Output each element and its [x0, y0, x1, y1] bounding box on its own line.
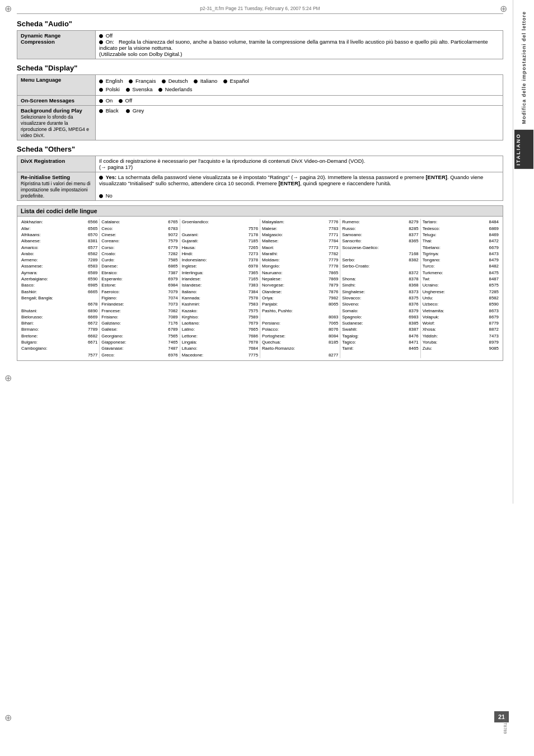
list-item: Maori:7773 [262, 245, 338, 251]
radio-english-dot [99, 79, 103, 83]
list-item: Ceco:6783 [101, 226, 177, 232]
list-item: 7577 [21, 352, 97, 358]
list-item: Sanscrito:8365 [342, 238, 418, 244]
list-item: Quechua:8185 [262, 339, 338, 345]
list-item: Persiano:7065 [262, 320, 338, 326]
list-item: Mongolo:7778 [262, 263, 338, 269]
list-item: Danese:6865 [101, 263, 177, 269]
list-item: Bretone:6682 [21, 333, 97, 339]
list-item: Bulgaro:6671 [21, 339, 97, 345]
list-item: Italiano:7384 [182, 289, 258, 295]
list-item: Slovacco:8375 [342, 295, 418, 301]
list-item: Curdo:7585 [101, 257, 177, 263]
list-item: Corso:6779 [101, 245, 177, 251]
radio-grey-dot [126, 109, 130, 113]
background-row: Background during Play Selezionare lo sf… [17, 106, 503, 140]
list-item: Bielorusso:6669 [21, 314, 97, 320]
onscreen-label: On-Screen Messages [17, 96, 96, 106]
list-item: Guarani:7178 [182, 232, 258, 238]
code-columns: Abkhazian:6566 Afar:6565 Afrikaans:6570 … [20, 219, 500, 358]
list-item: Azerbaigiano:6590 [21, 276, 97, 282]
audio-row-compression: Dynamic Range Compression Off On: Regola… [17, 31, 503, 59]
list-item: Rumeno:8279 [342, 219, 418, 225]
list-item: Tartaro:8484 [423, 219, 499, 225]
list-item: Finlandese:7073 [101, 301, 177, 307]
list-item: Ucraino:8575 [423, 282, 499, 288]
list-item: Panjabi:8065 [262, 301, 338, 307]
list-item: Galiziano:7176 [101, 320, 177, 326]
list-item: Basco:6985 [21, 282, 97, 288]
list-item: Tagico:8471 [342, 339, 418, 345]
background-options: Black Grey [96, 106, 503, 140]
italiano-label: ITALIANO [514, 130, 533, 169]
list-item: Uzbeco:8590 [423, 301, 499, 307]
divx-content: Il codice di registrazione è necessario … [96, 156, 503, 172]
list-item: Volapuk:8679 [423, 314, 499, 320]
list-item: Sudanese:8385 [342, 320, 418, 326]
corner-tr-mark: ⊕ [500, 4, 507, 13]
list-item: Francese:7082 [101, 308, 177, 314]
reinit-content: Yes: La schermata della password viene v… [96, 172, 503, 201]
list-item: Sloveno:8376 [342, 301, 418, 307]
list-item: Albanese:8381 [21, 238, 97, 244]
others-table: DivX Registration Il codice di registraz… [17, 156, 503, 201]
code-col-3: Groenlandico: 7576 Guarani:7178 Gujarati… [180, 219, 260, 358]
main-content: Scheda "Audio" Dynamic Range Compression… [17, 20, 503, 361]
list-item: Birmano:7789 [21, 326, 97, 332]
list-item: Coreano:7579 [101, 238, 177, 244]
list-item: Yoruba:8979 [423, 339, 499, 345]
list-item: Lituano:7684 [182, 345, 258, 351]
list-item: Indonesiano:7378 [182, 257, 258, 263]
list-item: Tamil:8465 [342, 345, 418, 351]
list-item: Oriya:7982 [262, 295, 338, 301]
list-item: Raeto-Romanzo: [262, 345, 338, 351]
lang-italiano: Italiano [200, 78, 218, 84]
list-item: 8083 [262, 314, 338, 320]
audio-table: Dynamic Range Compression Off On: Regola… [17, 30, 503, 59]
list-item: Kirghiso:7589 [182, 314, 258, 320]
list-item: Esperanto:6979 [101, 276, 177, 282]
list-item: Lettone:7686 [182, 333, 258, 339]
audio-label-compression: Dynamic Range Compression [17, 31, 96, 59]
radio-on-dot2 [99, 99, 103, 103]
list-item: Shona:8378 [342, 276, 418, 282]
list-item: Aymara:6589 [21, 270, 97, 276]
lang-deutsch: Deutsch [168, 78, 188, 84]
list-item: Malayalam:7776 [262, 219, 338, 225]
list-item: Armeno:7289 [21, 257, 97, 263]
menu-language-row: Menu Language English Français Deutsch [17, 75, 503, 96]
list-item: Turkmeno:8475 [423, 270, 499, 276]
list-item: Islandese:7383 [182, 282, 258, 288]
background-desc: Selezionare lo sfondo da visualizzare du… [21, 114, 89, 138]
code-col-1: Abkhazian:6566 Afar:6565 Afrikaans:6570 … [20, 219, 100, 358]
list-item: Abkhazian:6566 [21, 219, 97, 225]
corner-ml-mark: ⊕ [4, 374, 12, 383]
list-item: Cinese:9072 [101, 232, 177, 238]
lang-francais: Français [135, 78, 156, 84]
list-item: Marathi:7782 [262, 251, 338, 257]
onscreen-row: On-Screen Messages On Off [17, 96, 503, 106]
list-item: Nepalese:7869 [262, 276, 338, 282]
list-item: Twi:8487 [423, 276, 499, 282]
audio-section-title: Scheda "Audio" [17, 20, 503, 28]
list-item: Estone:6984 [101, 282, 177, 288]
list-item: Malese:7783 [262, 226, 338, 232]
list-item: Samoano:8377 [342, 232, 418, 238]
list-item: Russo:8285 [342, 226, 418, 232]
list-item: Bhutani:6890 [21, 308, 97, 314]
radio-no-dot [99, 194, 103, 198]
code-col-4: Malayalam:7776 Malese:7783 Malgascio:777… [260, 219, 340, 358]
list-item: Xhosa:8872 [423, 326, 499, 332]
list-item: Sindhi:8368 [342, 282, 418, 288]
radio-yes-dot [99, 176, 103, 180]
list-item: Bihari:6672 [21, 320, 97, 326]
list-item: Malgascio:7771 [262, 232, 338, 238]
list-item: Norvegese:7879 [262, 282, 338, 288]
sidebar-label: Modifica delle impostazioni del lettore [521, 11, 527, 124]
list-item: Yiddish:7473 [423, 333, 499, 339]
list-item: Kannada:7578 [182, 295, 258, 301]
list-item: Thai:8472 [423, 238, 499, 244]
list-item: Cambogiano: [21, 345, 97, 351]
codelist-container: Abkhazian:6566 Afar:6565 Afrikaans:6570 … [17, 217, 503, 361]
display-table: Menu Language English Français Deutsch [17, 74, 503, 140]
